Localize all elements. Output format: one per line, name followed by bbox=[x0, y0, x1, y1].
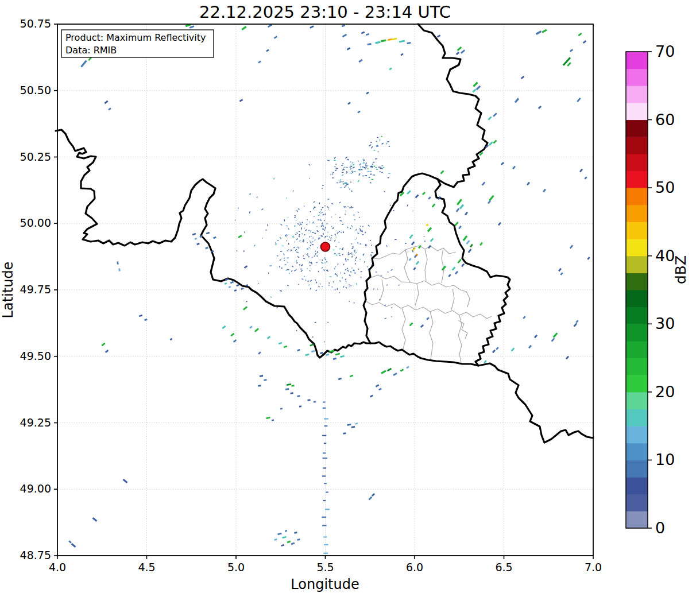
echo-streak bbox=[390, 205, 391, 206]
echo-streak bbox=[312, 337, 313, 338]
echo-streak bbox=[358, 111, 360, 113]
echo-streak bbox=[341, 356, 345, 357]
x-tick-label: 4.5 bbox=[138, 561, 155, 573]
echo-streak bbox=[527, 183, 529, 185]
echo-streak bbox=[280, 259, 281, 261]
colorbar-segment bbox=[626, 392, 648, 409]
y-axis-label: Latitude bbox=[0, 262, 16, 319]
echo-streak bbox=[325, 214, 326, 215]
echo-streak bbox=[346, 184, 349, 185]
echo-streak bbox=[333, 281, 334, 282]
echo-streak bbox=[298, 208, 299, 210]
echo-streak bbox=[371, 265, 372, 266]
echo-streak bbox=[350, 166, 352, 168]
echo-streak bbox=[358, 242, 358, 244]
echo-streak bbox=[432, 204, 435, 207]
echo-streak bbox=[340, 179, 342, 181]
y-tick-label: 48.75 bbox=[20, 549, 51, 561]
colorbar-tick-label: 10 bbox=[655, 451, 675, 468]
colorbar-segment bbox=[626, 358, 648, 375]
echo-streak bbox=[376, 42, 381, 43]
echo-streak bbox=[297, 257, 299, 258]
echo-streak bbox=[260, 376, 263, 377]
echo-streak bbox=[297, 396, 300, 397]
echo-streak bbox=[437, 36, 440, 37]
colorbar-segment bbox=[626, 273, 648, 290]
colorbar-segment bbox=[626, 171, 648, 188]
region-border bbox=[370, 275, 470, 307]
echo-streak bbox=[346, 287, 347, 288]
echo-streak bbox=[322, 286, 322, 287]
echo-streak bbox=[577, 98, 580, 102]
echo-streak bbox=[554, 333, 558, 337]
echo-streak bbox=[361, 277, 361, 278]
echo-streak bbox=[288, 262, 288, 263]
echo-streak bbox=[347, 270, 349, 272]
echo-streak bbox=[334, 166, 335, 167]
echo-streak bbox=[336, 237, 337, 237]
echo-streak bbox=[370, 183, 372, 184]
echo-streak bbox=[360, 164, 361, 164]
echo-streak bbox=[467, 241, 470, 244]
echo-streak bbox=[311, 262, 312, 265]
echo-streak bbox=[413, 268, 415, 270]
echo-streak bbox=[206, 232, 210, 234]
echo-streak bbox=[337, 275, 338, 276]
echo-streak bbox=[365, 232, 366, 233]
echo-streak bbox=[310, 237, 310, 238]
echo-streak bbox=[350, 253, 352, 254]
echo-streak bbox=[340, 220, 342, 221]
echo-streak bbox=[428, 246, 431, 249]
x-tick-label: 4.0 bbox=[49, 561, 66, 573]
echo-streak bbox=[296, 239, 298, 240]
echo-streak bbox=[310, 262, 311, 263]
echo-streak bbox=[288, 228, 289, 230]
echo-streak bbox=[351, 248, 353, 249]
region-border bbox=[451, 289, 454, 310]
echo-streak bbox=[314, 201, 315, 203]
echo-streak bbox=[324, 269, 324, 271]
echo-streak bbox=[342, 254, 343, 255]
echo-streak bbox=[469, 249, 471, 253]
echo-streak bbox=[280, 409, 283, 409]
echo-streak bbox=[349, 208, 351, 208]
echo-streak bbox=[365, 166, 367, 166]
echo-streak bbox=[312, 232, 314, 233]
colorbar-segment bbox=[626, 307, 648, 324]
echo-streak bbox=[535, 335, 537, 338]
echo-streak bbox=[428, 228, 431, 232]
echo-streak bbox=[338, 254, 339, 254]
echo-streak bbox=[311, 351, 315, 352]
echo-streak bbox=[399, 41, 405, 42]
echo-streak bbox=[461, 50, 465, 53]
echo-streak bbox=[376, 385, 378, 387]
echo-streak bbox=[345, 279, 346, 280]
echo-streak bbox=[339, 292, 340, 293]
echo-streak bbox=[306, 224, 307, 224]
echo-streak bbox=[292, 386, 295, 386]
echo-streak bbox=[352, 172, 353, 172]
echo-streak bbox=[523, 316, 525, 319]
echo-streak bbox=[344, 187, 346, 187]
echo-streak bbox=[355, 229, 357, 230]
echo-streak bbox=[305, 280, 306, 281]
echo-streak bbox=[360, 230, 361, 231]
overlay-layer: 4.04.55.05.56.06.57.048.7549.0049.2549.5… bbox=[20, 17, 675, 573]
echo-streak bbox=[369, 497, 372, 500]
echo-streak bbox=[363, 226, 363, 227]
echo-streak bbox=[295, 532, 297, 533]
colorbar-segment bbox=[626, 205, 648, 222]
echo-streak bbox=[375, 158, 377, 159]
echo-streak bbox=[370, 171, 372, 172]
echo-streak bbox=[299, 240, 300, 241]
echo-streak bbox=[368, 44, 372, 44]
echo-streak bbox=[459, 226, 461, 229]
echo-streak bbox=[327, 199, 329, 200]
echo-streak bbox=[342, 247, 343, 249]
echo-streak bbox=[347, 48, 350, 50]
echo-streak bbox=[351, 226, 353, 227]
echo-streak bbox=[385, 318, 386, 319]
echo-streak bbox=[441, 171, 444, 174]
echo-streak bbox=[307, 253, 308, 254]
echo-streak bbox=[362, 166, 364, 167]
